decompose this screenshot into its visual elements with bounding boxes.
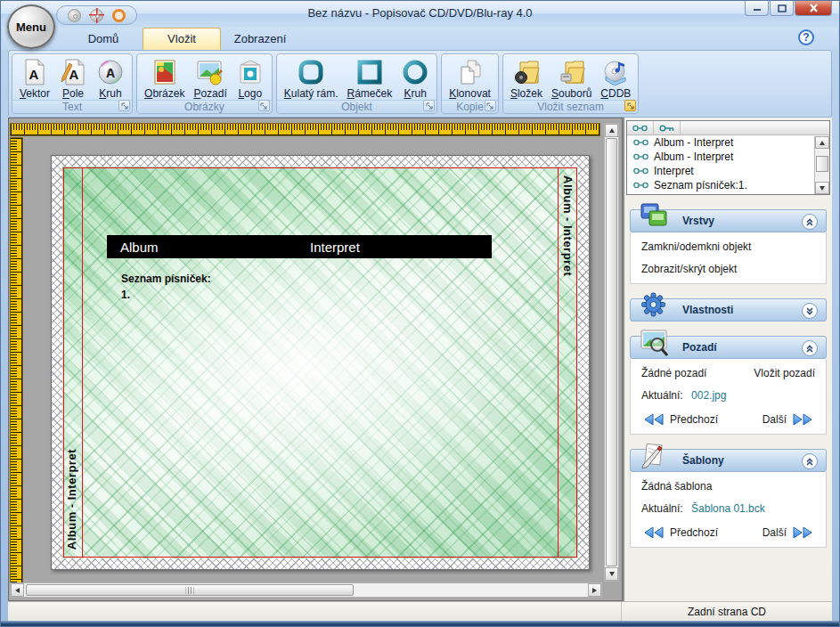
songlist-first-item-object[interactable]: 1. [121,289,130,301]
double-arrow-right-icon [792,526,813,539]
list-scroll-down-arrow[interactable] [815,182,829,194]
vlozit-seznam-dialog-launcher-icon[interactable] [624,100,636,111]
glasses-visibility-icon[interactable] [627,152,654,161]
cddb-label: CDDB [600,87,631,100]
scroll-up-arrow[interactable] [605,124,618,137]
glasses-visibility-icon[interactable] [627,167,654,175]
lock-unlock-object-action[interactable]: Zamkni/odemkni objekt [641,240,815,253]
object-row[interactable]: Interpret [627,164,829,178]
close-button[interactable] [795,1,832,16]
list-scroll-thumb[interactable] [816,156,828,172]
souboru-button[interactable]: Souborů [547,56,596,100]
obrazky-dialog-launcher-icon[interactable] [258,100,270,111]
klonovat-label: Klonovat [449,87,491,100]
object-list: Album - Interpret Album - Interpret Inte… [626,120,830,195]
obrazek-button[interactable]: Obrázek [140,56,189,100]
window-controls [745,1,832,16]
lock-column-key-icon[interactable] [654,121,681,134]
cddb-disc-note-icon [601,58,630,86]
current-background-value[interactable]: 002.jpg [691,389,726,402]
pozadi-header[interactable]: Pozadí [630,336,827,359]
disc-ring-icon[interactable] [112,9,126,22]
tab-zobrazeni[interactable]: Zobrazení [221,28,299,50]
pole-button[interactable]: A Pole [54,56,92,100]
no-background-action[interactable]: Žádné pozadí [641,367,706,379]
current-template-label: Aktuální: [641,502,683,515]
status-bar: Zadní strana CD [8,601,832,621]
object-label: Seznam písniček:1. [654,179,747,191]
collapse-chevron-up-icon[interactable] [802,214,818,230]
right-spine-guide [558,167,559,558]
album-title-bar-object[interactable]: Album Interpret [107,235,492,258]
object-row[interactable]: Album - Interpret [627,135,829,150]
cddb-button[interactable]: CDDB [596,56,635,100]
collapse-chevron-up-icon[interactable] [802,453,818,469]
help-icon[interactable]: ? [798,29,814,45]
klonovat-button[interactable]: Klonovat [444,56,495,100]
ribbon-group-objekt: Kulatý rám. Rámeček Kruh Objekt [276,53,437,114]
kulaty-ram-button[interactable]: Kulatý rám. [280,56,343,100]
note-pen-icon [640,442,668,474]
sablony-header[interactable]: Šablony [630,449,827,472]
visibility-column-glasses-icon[interactable] [627,121,654,134]
scroll-down-arrow[interactable] [605,567,618,581]
list-scroll-up-arrow[interactable] [815,136,829,149]
left-spine-text-object[interactable]: Album - Interpret [65,449,78,550]
next-label: Další [763,526,787,539]
horizontal-scroll-thumb[interactable] [26,584,354,596]
canvas-vertical-scrollbar[interactable] [604,123,619,582]
glasses-visibility-icon[interactable] [627,181,654,190]
ramecek-button[interactable]: Rámeček [342,56,396,100]
window-title: Bez názvu - Popisovač CD/DVD/Blu-ray 4.0 [179,6,661,20]
object-row[interactable]: Seznam písniček:1. [627,178,829,192]
vrstvy-header[interactable]: Vrstvy [630,209,827,232]
show-hide-object-action[interactable]: Zobrazit/skrýt objekt [641,263,815,275]
scroll-right-arrow[interactable] [588,583,601,597]
scroll-left-arrow[interactable] [11,583,24,597]
previous-template-button[interactable]: Předchozí [643,526,718,539]
glasses-visibility-icon[interactable] [627,138,654,147]
vertical-scroll-thumb[interactable] [606,138,617,566]
collapse-chevron-up-icon[interactable] [802,340,818,356]
menu-button[interactable]: Menu [7,4,55,49]
slozek-button[interactable]: Složek [506,56,547,100]
pozadi-ribbon-label: Pozadí [193,87,226,100]
insert-background-action[interactable]: Vložit pozadí [754,367,815,379]
kruh-text-button[interactable]: A Kruh [92,56,129,100]
next-template-button[interactable]: Další [763,526,813,539]
object-row[interactable]: Album - Interpret [627,150,829,164]
tab-domu[interactable]: Domů [64,28,143,50]
horizontal-ruler [10,123,600,136]
maximize-button[interactable] [770,1,794,16]
no-template-action[interactable]: Žádná šablona [641,480,815,493]
group-label-obrazky: Obrázky [137,101,272,113]
songlist-title-object[interactable]: Seznam písniček: [121,273,211,285]
text-dialog-launcher-icon[interactable] [118,100,130,111]
previous-background-button[interactable]: Předchozí [643,413,718,426]
pozadi-button[interactable]: Pozadí [189,56,231,100]
canvas-workspace: Album - Interpret Album - Interpret Albu… [8,118,623,601]
vektor-button[interactable]: A Vektor [15,56,54,100]
vlastnosti-header[interactable]: Vlastnosti [630,298,827,322]
disc-target-icon[interactable] [90,9,103,22]
object-list-scrollbar[interactable] [814,136,829,194]
kopie-dialog-launcher-icon[interactable] [485,100,496,111]
objekt-dialog-launcher-icon[interactable] [423,100,435,111]
minimize-button[interactable] [745,1,769,16]
canvas-horizontal-scrollbar[interactable] [10,582,602,598]
kruh-objekt-button[interactable]: Kruh [396,56,434,100]
next-background-button[interactable]: Další [763,413,813,426]
right-spine-text-object[interactable]: Album - Interpret [561,175,575,276]
frame-icon [355,58,384,86]
current-template-value[interactable]: Šablona 01.bck [691,502,765,515]
tab-vlozit[interactable]: Vložit [143,28,221,50]
logo-button[interactable]: Logo [232,56,269,100]
background-artwork[interactable]: Album - Interpret Album - Interpret Albu… [62,167,578,558]
vektor-label: Vektor [20,87,50,100]
ribbon-group-vlozit-seznam: Složek Souborů CDDB Vložit seznam [502,53,639,114]
object-row[interactable]: Album [627,192,829,195]
disc-icon[interactable] [68,9,81,22]
quick-access-toolbar [56,5,137,25]
expand-chevron-down-icon[interactable] [802,303,818,319]
layers-icon [640,202,670,232]
